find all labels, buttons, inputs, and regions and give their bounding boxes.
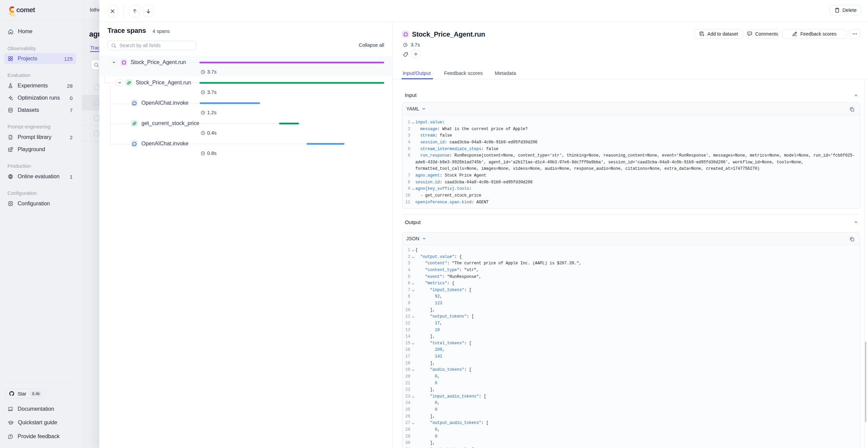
svg-text:comet: comet bbox=[16, 6, 35, 14]
